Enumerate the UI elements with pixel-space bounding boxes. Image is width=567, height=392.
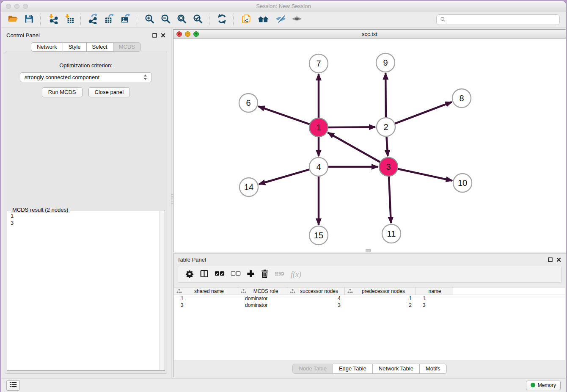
float-panel-icon[interactable] [152, 33, 157, 38]
table-cell[interactable]: 1 [416, 295, 453, 301]
frame-maximize-button[interactable]: + [193, 31, 199, 37]
graph-node-9[interactable]: 9 [376, 53, 395, 72]
export-table-button[interactable] [102, 13, 116, 26]
window-minimize-button[interactable] [14, 4, 19, 9]
optimization-criterion-dropdown[interactable]: strongly connected component [20, 72, 152, 82]
graph-node-1[interactable]: 1 [309, 118, 328, 137]
window-zoom-button[interactable] [23, 4, 28, 9]
graph-node-4[interactable]: 4 [309, 157, 328, 176]
graph-node-14[interactable]: 14 [239, 178, 258, 196]
control-panel-tabs: NetworkStyleSelectMCDS [1, 42, 171, 52]
table-cell[interactable]: 3 [416, 302, 453, 308]
table-cell[interactable]: 4 [287, 295, 345, 301]
graph-edge-3-11[interactable] [389, 176, 391, 223]
table-panel-title: Table Panel [177, 257, 206, 263]
graph-node-8[interactable]: 8 [452, 89, 471, 108]
close-panel-icon[interactable] [161, 33, 165, 38]
network-canvas[interactable]: 1234678910111415 [173, 39, 566, 252]
column-header-successor-nodes[interactable]: successor nodes [287, 287, 345, 295]
network-overview-button[interactable] [255, 13, 272, 26]
graph-node-11[interactable]: 11 [382, 224, 401, 243]
graph-edge-2-3[interactable] [386, 136, 388, 156]
deselect-all-columns-button[interactable] [228, 267, 244, 282]
show-graphics-details-button[interactable] [289, 13, 304, 26]
graph-node-2[interactable]: 2 [377, 118, 395, 136]
frame-resize-grip[interactable] [366, 249, 371, 252]
table-tab-motifs[interactable]: Motifs [420, 364, 447, 374]
task-history-button[interactable] [6, 380, 20, 391]
search-input[interactable] [448, 17, 556, 23]
column-header-predecessor-nodes[interactable]: predecessor nodes [345, 287, 416, 295]
table-cell[interactable]: 1 [174, 295, 238, 301]
zoom-selected-button[interactable] [190, 13, 205, 26]
table-tab-edge-table[interactable]: Edge Table [333, 364, 373, 374]
column-header-mcds-role[interactable]: MCDS role [238, 287, 287, 295]
graph-node-3[interactable]: 3 [379, 157, 398, 176]
graph-edge-4-14[interactable] [259, 169, 310, 184]
tab-network[interactable]: Network [31, 42, 63, 52]
refresh-view-button[interactable] [215, 13, 229, 26]
zoom-out-button[interactable] [158, 13, 173, 26]
graph-edge-1-2[interactable] [328, 127, 375, 127]
export-network-button[interactable] [86, 13, 100, 26]
table-cell[interactable]: dominator [238, 302, 287, 308]
run-mcds-button[interactable]: Run MCDS [42, 87, 83, 97]
graph-edge-2-9[interactable] [385, 73, 386, 118]
graph-edge-1-6[interactable] [259, 106, 310, 124]
close-panel-button[interactable]: Close panel [88, 87, 130, 97]
open-folder-icon [8, 14, 18, 25]
tab-style[interactable]: Style [63, 42, 87, 52]
zoom-fit-button[interactable] [174, 13, 189, 26]
table-row[interactable]: 3dominator323 [174, 302, 565, 309]
mcds-result-text[interactable]: 1 3 [11, 212, 157, 370]
create-column-button[interactable] [244, 267, 258, 282]
table-tab-network-table[interactable]: Network Table [373, 364, 420, 374]
memory-button[interactable]: Memory [526, 381, 561, 390]
tab-select[interactable]: Select [87, 42, 113, 52]
delete-table-icon [275, 270, 285, 279]
refresh-icon [217, 14, 227, 25]
frame-minimize-button[interactable]: − [185, 31, 190, 37]
tab-mcds[interactable]: MCDS [113, 42, 141, 52]
duplicate-page-button[interactable] [239, 13, 253, 26]
table-cell[interactable]: 3 [287, 302, 345, 308]
table-cell[interactable]: 2 [345, 302, 416, 308]
export-image-button[interactable] [118, 13, 132, 26]
float-panel-icon[interactable] [548, 257, 553, 262]
table-cell[interactable]: dominator [238, 295, 287, 301]
svg-text:9: 9 [383, 58, 388, 67]
column-header-shared-name[interactable]: shared name [174, 287, 238, 295]
select-all-columns-button[interactable] [212, 267, 228, 282]
import-table-button[interactable] [62, 13, 76, 26]
hide-graphics-details-button[interactable] [273, 13, 288, 26]
graph-node-6[interactable]: 6 [239, 94, 258, 112]
table-row[interactable]: 1dominator411 [174, 295, 565, 302]
network-graph[interactable]: 1234678910111415 [173, 39, 566, 252]
workspace: Control Panel NetworkStyleSelectMCDS Opt… [1, 28, 566, 378]
panel-split-divider[interactable] [171, 28, 173, 378]
save-session-button[interactable] [22, 13, 36, 26]
graph-node-15[interactable]: 15 [309, 226, 328, 245]
delete-column-button[interactable] [258, 267, 272, 282]
svg-text:1: 1 [316, 123, 321, 132]
graph-node-7[interactable]: 7 [309, 54, 328, 73]
import-network-button[interactable] [46, 13, 60, 26]
close-panel-icon[interactable] [556, 257, 561, 262]
zoom-in-button[interactable] [142, 13, 157, 26]
graph-edge-3-1[interactable] [328, 133, 380, 162]
table-tab-node-table[interactable]: Node Table [292, 364, 333, 374]
table-cell[interactable]: 1 [345, 295, 416, 301]
search-field[interactable] [436, 14, 560, 25]
column-header-name[interactable]: name [416, 287, 453, 295]
frame-close-button[interactable]: ✕ [176, 31, 182, 37]
graph-edge-2-8[interactable] [395, 102, 452, 124]
table-cell[interactable]: 3 [174, 302, 238, 308]
graph-node-10[interactable]: 10 [453, 174, 472, 192]
open-session-button[interactable] [6, 13, 20, 26]
table-settings-button[interactable] [182, 267, 197, 282]
window-close-button[interactable] [6, 4, 11, 9]
graph-edge-3-10[interactable] [398, 169, 452, 181]
column-layout-button[interactable] [197, 267, 212, 282]
result-scrollbar[interactable] [159, 211, 164, 370]
export-image-icon [120, 14, 131, 25]
